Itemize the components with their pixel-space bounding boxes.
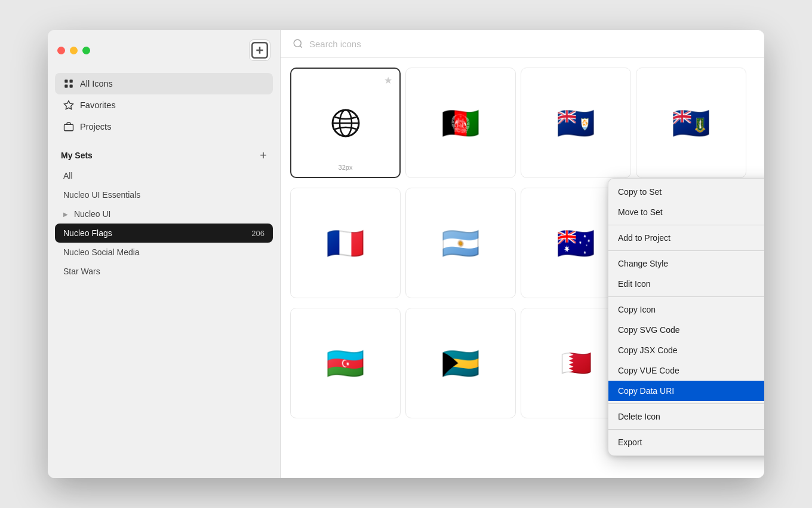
menu-item-copy-data-uri[interactable]: Copy Data URI ⇧ ⌘ U xyxy=(608,381,764,401)
copy-svg-label: Copy SVG Code xyxy=(618,325,680,335)
favorites-label: Favorites xyxy=(80,100,116,110)
menu-item-copy-jsx[interactable]: Copy JSX Code ⇧ ⌘ J xyxy=(608,340,764,360)
new-icon-svg xyxy=(250,40,270,60)
flag-ai-emoji: 🇦🇮 xyxy=(556,108,595,139)
new-icon-button[interactable] xyxy=(249,39,270,61)
set-item-star-wars[interactable]: Star Wars xyxy=(55,262,273,281)
divider-4 xyxy=(608,403,764,404)
icon-cell-ar[interactable]: 🇦🇷 xyxy=(405,188,516,298)
divider-3 xyxy=(608,296,764,297)
sidebar-item-favorites[interactable]: Favorites xyxy=(55,94,273,116)
set-item-nucleo-flags[interactable]: Nucleo Flags 206 xyxy=(55,224,273,243)
titlebar xyxy=(48,30,280,71)
set-item-nucleo-social-media[interactable]: Nucleo Social Media xyxy=(55,243,273,262)
icon-cell-fr[interactable]: 🇫🇷 xyxy=(290,188,401,298)
maximize-button[interactable] xyxy=(82,47,90,54)
sidebar-item-all-icons[interactable]: All Icons xyxy=(55,73,273,94)
icon-cell-globe-label: 32px xyxy=(339,164,353,171)
menu-item-copy-icon[interactable]: Copy Icon ⌘ C xyxy=(608,299,764,320)
app-window: All Icons Favorites Projects My Sets + xyxy=(48,30,764,478)
set-star-wars-label: Star Wars xyxy=(63,267,100,276)
menu-item-copy-to-set[interactable]: Copy to Set › xyxy=(608,182,764,202)
copy-vue-label: Copy VUE Code xyxy=(618,366,679,375)
my-sets-header: My Sets + xyxy=(48,140,280,166)
search-icon xyxy=(293,38,303,49)
icon-cell-af[interactable]: 🇦🇫 xyxy=(405,68,516,178)
svg-line-10 xyxy=(300,45,302,47)
add-set-button[interactable]: + xyxy=(260,149,267,161)
close-button[interactable] xyxy=(57,47,65,54)
menu-item-change-style[interactable]: Change Style › xyxy=(608,253,764,274)
svg-point-9 xyxy=(294,39,301,47)
set-nucleo-social-media-label: Nucleo Social Media xyxy=(63,247,140,257)
set-nucleo-ui-label: ▶ Nucleo UI xyxy=(63,209,110,219)
icon-cell-az[interactable]: 🇦🇿 xyxy=(290,308,401,418)
flag-gb-vg-emoji: 🇻🇬 xyxy=(672,108,710,139)
flag-bs-emoji: 🇧🇸 xyxy=(441,348,480,379)
copy-to-set-label: Copy to Set xyxy=(618,187,662,197)
set-nucleo-flags-label: Nucleo Flags xyxy=(63,228,112,238)
flag-au-emoji: 🇦🇺 xyxy=(556,228,595,259)
menu-item-delete-icon[interactable]: Delete Icon ⌘ ⌫ xyxy=(608,406,764,427)
export-label: Export xyxy=(618,437,642,447)
flag-az-emoji: 🇦🇿 xyxy=(326,348,365,379)
copy-icon-label: Copy Icon xyxy=(618,305,656,314)
svg-marker-7 xyxy=(64,101,73,109)
icon-cell-ai[interactable]: 🇦🇮 xyxy=(521,68,631,178)
chevron-right-icon: ▶ xyxy=(63,211,68,218)
my-sets-title: My Sets xyxy=(61,151,93,160)
main-content: ★ 32px 🇦🇫 🇦🇮 🇻🇬 🇫 xyxy=(281,30,764,478)
icon-cell-globe[interactable]: ★ 32px xyxy=(290,68,401,178)
menu-item-copy-svg[interactable]: Copy SVG Code ⇧ ⌘ T xyxy=(608,320,764,340)
flag-ar-emoji: 🇦🇷 xyxy=(441,228,480,259)
sidebar-item-projects[interactable]: Projects xyxy=(55,116,273,137)
search-bar xyxy=(281,30,764,58)
change-style-label: Change Style xyxy=(618,259,668,268)
sets-list: All Nucleo UI Essentials ▶ Nucleo UI Nuc… xyxy=(48,166,280,281)
menu-item-edit-icon[interactable]: Edit Icon xyxy=(608,274,764,294)
projects-label: Projects xyxy=(80,122,111,131)
set-item-all[interactable]: All xyxy=(55,166,273,185)
search-input[interactable] xyxy=(309,39,752,49)
sidebar: All Icons Favorites Projects My Sets + xyxy=(48,30,281,478)
set-all-label: All xyxy=(63,171,73,180)
grid-icon xyxy=(63,78,74,89)
traffic-lights xyxy=(57,47,90,54)
context-menu: Copy to Set › Move to Set › Add to Proje… xyxy=(608,178,764,456)
all-icons-label: All Icons xyxy=(80,79,113,88)
flag-af-emoji: 🇦🇫 xyxy=(441,108,480,139)
divider-5 xyxy=(608,429,764,430)
svg-rect-3 xyxy=(64,79,67,82)
nav-section: All Icons Favorites Projects xyxy=(48,71,280,140)
svg-rect-6 xyxy=(70,85,73,88)
edit-icon-label: Edit Icon xyxy=(618,279,650,289)
set-item-nucleo-ui-essentials[interactable]: Nucleo UI Essentials xyxy=(55,185,273,204)
star-icon[interactable]: ★ xyxy=(384,75,392,86)
minimize-button[interactable] xyxy=(70,47,78,54)
flag-fr-emoji: 🇫🇷 xyxy=(326,228,365,259)
move-to-set-label: Move to Set xyxy=(618,207,663,217)
copy-data-uri-label: Copy Data URI xyxy=(618,386,674,396)
add-to-project-label: Add to Project xyxy=(618,233,670,243)
svg-rect-4 xyxy=(70,79,73,82)
icon-cell-bs[interactable]: 🇧🇸 xyxy=(405,308,516,418)
menu-item-move-to-set[interactable]: Move to Set › xyxy=(608,202,764,222)
set-item-nucleo-ui[interactable]: ▶ Nucleo UI xyxy=(55,204,273,224)
set-nucleo-ui-essentials-label: Nucleo UI Essentials xyxy=(63,190,140,200)
svg-rect-5 xyxy=(64,85,67,88)
icon-cell-gb-vg[interactable]: 🇻🇬 xyxy=(636,68,746,178)
divider-2 xyxy=(608,250,764,251)
menu-item-add-to-project[interactable]: Add to Project › xyxy=(608,228,764,248)
divider-1 xyxy=(608,225,764,225)
delete-icon-label: Delete Icon xyxy=(618,412,660,421)
flag-bh-emoji: 🇧🇭 xyxy=(561,351,592,376)
star-icon xyxy=(63,100,74,111)
globe-svg xyxy=(329,106,362,140)
nucleo-flags-count: 206 xyxy=(251,229,264,238)
svg-rect-8 xyxy=(64,124,73,131)
copy-jsx-label: Copy JSX Code xyxy=(618,345,678,355)
menu-item-copy-vue[interactable]: Copy VUE Code ⇧ ⌘ V xyxy=(608,360,764,381)
projects-icon xyxy=(63,121,74,132)
menu-item-export[interactable]: Export ⌘ E xyxy=(608,432,764,452)
